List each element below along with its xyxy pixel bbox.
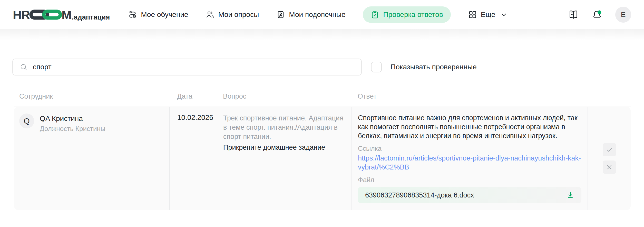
nav-item-my-surveys[interactable]: Мои опросы — [206, 10, 259, 19]
question-text: Прикрепите домашнее задание — [223, 143, 345, 152]
column-header-employee: Сотрудник — [14, 92, 169, 100]
nav-item-check-answers[interactable]: Проверка ответов — [363, 6, 451, 23]
check-icon — [606, 146, 613, 153]
column-header-question: Вопрос — [217, 92, 352, 100]
logo-wordmark: HR M — [13, 8, 71, 21]
search-input[interactable] — [33, 63, 355, 71]
employee-position: Должность Кристины — [40, 125, 105, 133]
close-icon — [606, 164, 613, 171]
search-icon — [19, 63, 28, 71]
answer-text: Спортивное питание важно для спортсменов… — [358, 113, 581, 140]
column-header-date: Дата — [169, 92, 217, 100]
logo[interactable]: HR M .адаптация — [13, 8, 110, 21]
checkbox-label: Показывать проверенные — [391, 63, 477, 71]
employee-info: QA Кристина Должность Кристины — [40, 113, 105, 203]
approve-button[interactable] — [603, 143, 616, 156]
file-name: 639063278906835314-дока 6.docx — [365, 191, 567, 199]
logo-suffix: .адаптация — [72, 13, 110, 21]
avatar-letter: E — [621, 11, 626, 19]
nav-item-label: Мое обучение — [141, 11, 188, 19]
nav-item-label: Мои подопечные — [289, 11, 345, 19]
nav-shadow — [0, 29, 644, 40]
logo-chain-icon — [29, 8, 63, 21]
employee-avatar-letter: Q — [24, 117, 30, 125]
show-checked-toggle[interactable]: Показывать проверенные — [371, 62, 477, 72]
notifications-button[interactable] — [592, 9, 602, 20]
date-cell: 10.02.2026 — [169, 107, 217, 210]
chevron-down-icon — [500, 11, 508, 18]
table-row: Q QA Кристина Должность Кристины 10.02.2… — [14, 107, 631, 210]
nav-right-cluster: E — [568, 7, 631, 23]
grid-icon — [468, 10, 477, 19]
filter-bar: Показывать проверенные — [12, 59, 631, 75]
checkbox-unchecked[interactable] — [371, 62, 382, 72]
user-avatar[interactable]: E — [615, 7, 631, 23]
nav-item-more[interactable]: Еще — [468, 10, 508, 19]
question-cell: Трек спортивное питание. Адаптация в тем… — [217, 107, 352, 210]
file-label: Файл — [358, 176, 581, 184]
answer-cell: Спортивное питание важно для спортсменов… — [352, 107, 588, 210]
clipboard-check-icon — [370, 10, 379, 19]
answers-table: Сотрудник Дата Вопрос Ответ Q QA Кристин… — [14, 92, 631, 210]
nav-item-label: Мои опросы — [218, 11, 259, 19]
link-label: Ссылка — [358, 145, 581, 153]
nav-menu: Мое обучение Мои опросы Мои подопечные — [128, 6, 507, 23]
answer-link[interactable]: https://lactomin.ru/articles/sportivnoe-… — [358, 154, 581, 172]
nav-item-my-mentees[interactable]: Мои подопечные — [276, 10, 345, 19]
route-icon — [128, 10, 137, 19]
knowledge-base-button[interactable] — [568, 9, 579, 20]
search-box[interactable] — [12, 59, 362, 75]
actions-cell — [588, 107, 631, 210]
nav-item-label: Проверка ответов — [383, 11, 443, 19]
column-header-answer: Ответ — [352, 92, 588, 100]
download-icon — [567, 191, 574, 199]
bell-icon — [592, 9, 602, 20]
employee-avatar: Q — [19, 113, 34, 128]
badge-icon — [276, 10, 285, 19]
column-header-actions — [588, 92, 631, 100]
file-attachment[interactable]: 639063278906835314-дока 6.docx — [358, 187, 581, 203]
table-header-row: Сотрудник Дата Вопрос Ответ — [14, 92, 631, 107]
users-icon — [206, 10, 214, 19]
employee-name: QA Кристина — [40, 113, 105, 123]
top-nav: HR M .адаптация Мое обучение — [0, 0, 644, 29]
nav-item-my-learning[interactable]: Мое обучение — [128, 10, 188, 19]
employee-cell: Q QA Кристина Должность Кристины — [14, 107, 169, 210]
reject-button[interactable] — [603, 160, 616, 174]
question-track: Трек спортивное питание. Адаптация в тем… — [223, 113, 345, 141]
book-icon — [568, 9, 579, 20]
nav-item-label: Еще — [481, 11, 495, 19]
